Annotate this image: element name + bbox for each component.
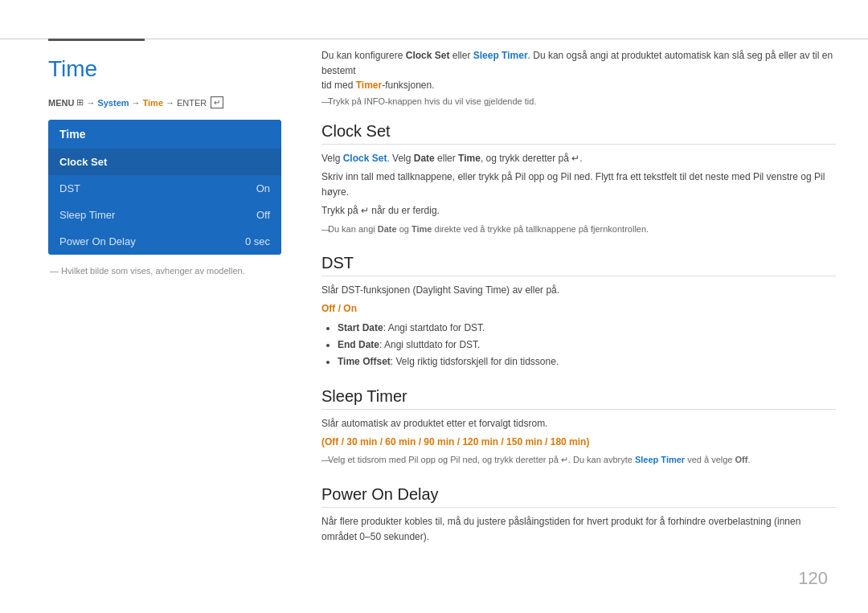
sleep-timer-body: Slår automatisk av produktet etter et fo… [321,416,836,468]
section-sleep-timer: Sleep Timer Slår automatisk av produktet… [321,387,836,468]
dst-end-date: End Date: Angi sluttdato for DST. [338,337,836,353]
sleep-timer-note-ref: Sleep Timer [635,455,685,464]
dst-body: Slår DST-funksjonen (Daylight Saving Tim… [321,283,836,370]
info-ref: INFO [364,96,385,106]
power-on-delay-p1: Når flere produkter kobles til, må du ju… [321,514,836,545]
page-title: Time [48,56,289,82]
arrow3: → [166,98,174,108]
clock-set-ref: Clock Set [406,50,450,61]
system-link: System [97,98,129,108]
sleep-timer-value: Off [256,209,270,221]
clock-set-inline: Clock Set [343,153,387,164]
clock-set-p2: Skriv inn tall med tallknappene, eller t… [321,170,836,200]
menu-icon: ⊞ [76,97,84,108]
dst-start-date: Start Date: Angi startdato for DST. [338,321,836,336]
sleep-timer-options-label: (Off / 30 min / 60 min / 90 min / 120 mi… [321,436,589,447]
arrow2: → [132,98,141,108]
off-on-label: Off / On [321,303,357,314]
sleep-timer-ref: Sleep Timer [473,50,528,61]
right-column: Du kan konfigurere Clock Set eller Sleep… [321,48,836,562]
menu-item-clock-set[interactable]: Clock Set [48,149,281,175]
power-on-delay-value: 0 sec [245,235,270,247]
intro-note: Trykk på INFO-knappen hvis du vil vise g… [321,96,836,106]
clock-set-p3: Trykk på ↵ når du er ferdig. [321,203,836,219]
date-inline: Date [414,153,435,164]
sleep-timer-label: Sleep Timer [59,209,115,221]
sleep-timer-options: (Off / 30 min / 60 min / 90 min / 120 mi… [321,435,836,450]
menu-item-dst[interactable]: DST On [48,175,281,202]
start-date-label: Start Date [338,322,383,333]
clock-set-note: Du kan angi Date og Time direkte ved å t… [321,223,836,237]
left-column: Time MENU ⊞ → System → Time → ENTER ↵ Ti… [48,48,289,276]
time-link: Time [143,98,163,108]
clock-set-body: Velg Clock Set. Velg Date eller Time, og… [321,151,836,236]
dst-off-on: Off / On [321,301,836,317]
page-number: 120 [798,568,828,589]
dst-p1: Slår DST-funksjonen (Daylight Saving Tim… [321,283,836,298]
power-on-delay-title: Power On Delay [321,485,836,508]
power-on-delay-label: Power On Delay [59,235,136,247]
section-clock-set: Clock Set Velg Clock Set. Velg Date elle… [321,122,836,236]
sleep-timer-note: Velg et tidsrom med Pil opp og Pil ned, … [321,453,836,468]
menu-path: MENU ⊞ → System → Time → ENTER ↵ [48,96,289,108]
sleep-timer-p1: Slår automatisk av produktet etter et fo… [321,416,836,431]
dst-value: On [256,182,270,194]
dst-label: DST [59,182,80,194]
clock-set-label: Clock Set [59,156,107,168]
intro-text-1: Du kan konfigurere Clock Set eller Sleep… [321,48,836,93]
left-accent-line [48,39,145,41]
time-inline: Time [458,153,481,164]
power-on-delay-body: Når flere produkter kobles til, må du ju… [321,514,836,545]
model-note: Hvilket bilde som vises, avhenger av mod… [48,266,289,276]
menu-item-power-on-delay[interactable]: Power On Delay 0 sec [48,228,281,255]
clock-set-p1: Velg Clock Set. Velg Date eller Time, og… [321,151,836,166]
timer-ref: Timer [356,80,382,91]
clock-set-title: Clock Set [321,122,836,145]
end-date-label: End Date [338,339,379,350]
menu-panel: Time Clock Set DST On Sleep Timer Off Po… [48,120,281,255]
date-note-ref: Date [378,224,397,234]
sleep-timer-title: Sleep Timer [321,387,836,410]
time-note-ref: Time [411,224,432,234]
enter-label: ENTER [177,98,207,108]
menu-panel-header: Time [48,120,281,149]
dst-list: Start Date: Angi startdato for DST. End … [321,321,836,370]
arrow1: → [86,98,95,108]
section-power-on-delay: Power On Delay Når flere produkter koble… [321,485,836,545]
menu-item-sleep-timer[interactable]: Sleep Timer Off [48,202,281,228]
time-offset-label: Time Offset [338,356,391,367]
dst-time-offset: Time Offset: Velg riktig tidsforskjell f… [338,354,836,370]
off-ref: Off [735,455,748,464]
dst-title: DST [321,254,836,276]
section-dst: DST Slår DST-funksjonen (Daylight Saving… [321,254,836,370]
menu-word: MENU [48,98,74,108]
enter-icon: ↵ [211,96,223,108]
